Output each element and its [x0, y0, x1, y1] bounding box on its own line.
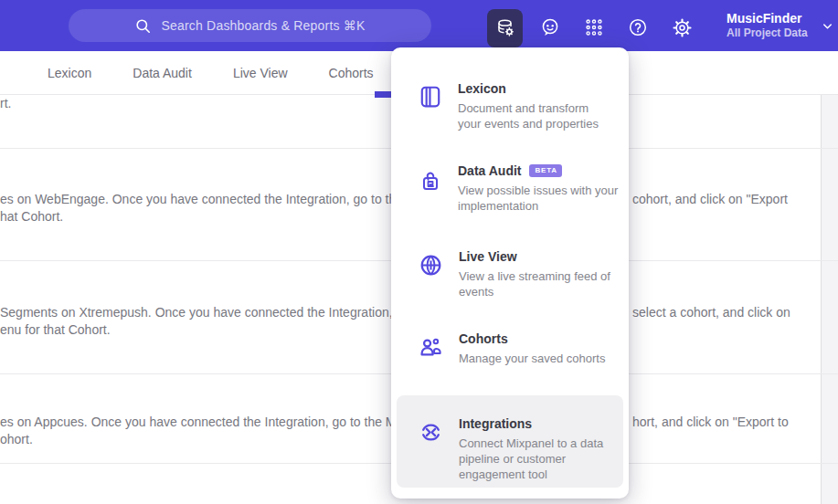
row-text: hort, and click on "Export to: [632, 415, 789, 429]
menu-item-description: Document and transform your events and p…: [458, 100, 610, 131]
feedback-button[interactable]: [532, 9, 568, 46]
menu-item-live-view[interactable]: Live View View a live streaming feed of …: [391, 248, 629, 299]
row-text: select a cohort, and click on: [632, 305, 790, 320]
live-view-globe-icon: [419, 252, 443, 278]
row-text: es on Appcues. Once you have connected t…: [0, 415, 397, 429]
tab-live-view[interactable]: Live View: [233, 66, 288, 80]
row-text: Segments on Xtremepush. Once you have co…: [0, 305, 393, 320]
search-placeholder: Search Dashboards & Reports ⌘K: [161, 18, 365, 33]
data-audit-seal-icon: [419, 168, 442, 194]
apps-grid-icon: [584, 17, 604, 37]
menu-item-description: View possible issues with your implement…: [458, 183, 637, 214]
menu-item-lexicon[interactable]: Lexicon Document and transform your even…: [391, 80, 629, 131]
chat-smiley-icon: [539, 16, 561, 38]
apps-grid-button[interactable]: [576, 9, 612, 46]
app-window: Search Dashboards & Reports ⌘K: [0, 0, 838, 504]
chevron-down-icon: [821, 19, 834, 33]
menu-item-title: Data Audit: [458, 163, 521, 179]
menu-item-description: View a live streaming feed of events: [459, 268, 629, 299]
row-text: rt.: [0, 96, 11, 110]
row-text: enu for that Cohort.: [0, 322, 111, 337]
tab-lexicon[interactable]: Lexicon: [48, 66, 91, 80]
menu-item-title: Live View: [459, 248, 517, 265]
menu-item-description: Manage your saved cohorts: [459, 351, 642, 366]
tab-data-audit[interactable]: Data Audit: [133, 66, 192, 80]
row-text: ohort.: [0, 432, 33, 446]
menu-item-title: Cohorts: [459, 331, 508, 347]
row-text: cohort, and click on "Export: [632, 192, 788, 206]
cohorts-people-icon: [419, 334, 443, 360]
menu-item-description: Connect Mixpanel to a data pipeline or c…: [459, 436, 616, 482]
data-management-button[interactable]: [487, 9, 523, 47]
settings-button[interactable]: [663, 9, 700, 46]
project-switcher[interactable]: MusicFinder All Project Data: [713, 7, 834, 44]
help-icon: [627, 16, 649, 38]
project-subtitle: All Project Data: [727, 26, 808, 40]
top-navigation-bar: Search Dashboards & Reports ⌘K: [0, 0, 838, 51]
menu-item-integrations[interactable]: Integrations Connect Mixpanel to a data …: [397, 395, 623, 488]
row-text: es on WebEngage. Once you have connected…: [0, 192, 403, 206]
gear-icon: [672, 17, 693, 38]
beta-badge: BETA: [529, 164, 561, 177]
project-name: MusicFinder: [727, 11, 808, 27]
menu-item-title: Lexicon: [458, 80, 506, 97]
lexicon-book-icon: [419, 84, 442, 110]
tab-cohorts[interactable]: Cohorts: [329, 66, 374, 80]
database-gear-icon: [494, 17, 516, 39]
search-icon: [134, 17, 152, 35]
menu-item-cohorts[interactable]: Cohorts Manage your saved cohorts: [391, 331, 629, 366]
help-button[interactable]: [620, 9, 656, 46]
data-management-dropdown: Lexicon Document and transform your even…: [391, 47, 629, 499]
menu-item-title: Integrations: [459, 415, 532, 432]
search-input[interactable]: Search Dashboards & Reports ⌘K: [69, 9, 431, 42]
row-text: hat Cohort.: [0, 209, 63, 224]
integrations-sync-icon: [419, 419, 443, 445]
menu-item-data-audit[interactable]: Data Audit BETA View possible issues wit…: [391, 163, 629, 214]
